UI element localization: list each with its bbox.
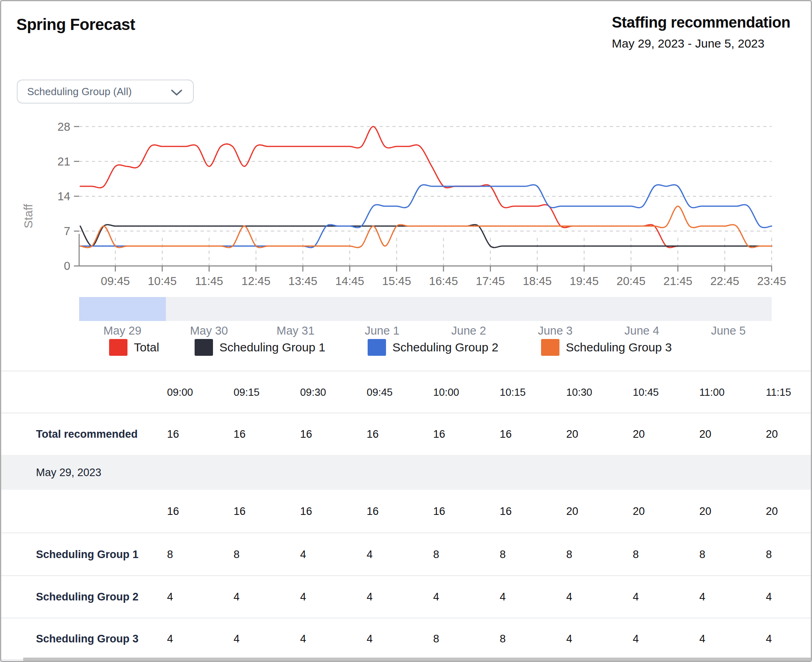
table-cell: 16 (500, 428, 512, 441)
table-cell: 20 (633, 428, 645, 441)
time-column-header: 10:15 (500, 386, 526, 398)
page-title: Spring Forecast (16, 16, 135, 34)
table-cell: 16 (300, 505, 312, 517)
table-cell: 8 (566, 548, 572, 560)
chart-y-axis-title: Staff (22, 203, 35, 228)
table-cell: 4 (300, 591, 306, 603)
table-cell: 20 (566, 505, 578, 517)
time-column-header: 11:15 (766, 386, 791, 398)
table-cell: 8 (167, 548, 173, 560)
timeline-segment[interactable] (426, 297, 512, 321)
timeline-segment[interactable] (339, 297, 426, 321)
timeline-day-label: May 29 (79, 324, 166, 339)
table-cell: 20 (699, 505, 711, 517)
table-cell: 8 (433, 548, 439, 560)
table-cell: 16 (433, 428, 445, 441)
table-cell: 4 (167, 591, 173, 603)
legend-item-scheduling-group-1[interactable]: Scheduling Group 1 (195, 339, 325, 356)
x-tick-label: 14:45 (335, 275, 364, 287)
table-row: Scheduling Group 18844888888 (1, 532, 812, 575)
x-tick-label: 13:45 (289, 275, 318, 287)
timeline-day-labels: May 29May 30May 31June 1June 2June 3June… (79, 324, 772, 339)
table-cell: 8 (500, 548, 506, 560)
y-tick-label: 14 (58, 190, 70, 203)
row-label: Scheduling Group 2 (36, 591, 139, 603)
staffing-table: 09:0009:1509:3009:4510:0010:1510:3010:45… (1, 371, 812, 660)
table-row: Scheduling Group 34444884444 (1, 618, 812, 659)
timeline-segment[interactable] (599, 297, 685, 321)
time-column-header: 10:30 (566, 386, 592, 398)
x-tick-label: 10:45 (148, 275, 177, 287)
timeline-day-label: June 4 (599, 324, 685, 339)
table-cell: 16 (234, 505, 246, 517)
report-title: Staffing recommendation (612, 14, 804, 31)
legend-item-total[interactable]: Total (109, 339, 159, 356)
horizontal-scrollbar[interactable] (23, 658, 811, 661)
table-cell: 16 (433, 505, 445, 517)
y-tick-label: 0 (64, 259, 70, 272)
table-cell: 4 (566, 591, 572, 603)
x-tick-label: 19:45 (569, 275, 599, 287)
timeline-brush[interactable] (79, 297, 772, 321)
table-cell: 20 (633, 505, 645, 517)
table-cell: 20 (766, 505, 778, 517)
legend-label: Scheduling Group 2 (392, 341, 498, 354)
timeline-day-label: May 30 (166, 324, 253, 339)
legend-item-scheduling-group-3[interactable]: Scheduling Group 3 (541, 339, 672, 356)
time-column-header: 09:00 (167, 386, 193, 398)
series-line-scheduling-group-2 (80, 185, 772, 247)
timeline-segment[interactable] (252, 297, 339, 321)
timeline-segment[interactable] (685, 297, 772, 321)
timeline-day-label: June 2 (426, 324, 512, 339)
x-tick-label: 09:45 (101, 275, 130, 287)
x-tick-label: 20:45 (617, 275, 646, 287)
x-tick-label: 17:45 (476, 275, 505, 287)
table-cell: 8 (234, 548, 240, 560)
table-cell: 16 (367, 505, 379, 517)
row-label: Scheduling Group 1 (36, 548, 139, 560)
time-column-header: 09:30 (300, 386, 326, 398)
series-line-scheduling-group-1 (80, 225, 772, 247)
scheduling-group-dropdown[interactable]: Scheduling Group (All) (17, 80, 194, 104)
table-cell: 16 (167, 505, 179, 517)
table-cell: 4 (766, 591, 772, 603)
table-row: 16161616161620202020 (1, 490, 812, 532)
table-cell: 4 (300, 548, 306, 560)
timeline-segment[interactable] (512, 297, 599, 321)
header-right: Staffing recommendation May 29, 2023 - J… (612, 14, 804, 50)
table-cell: 4 (234, 633, 240, 645)
x-tick-label: 23:45 (757, 275, 786, 287)
table-cell: 8 (433, 633, 439, 645)
table-cell: 20 (699, 428, 711, 441)
table-cell: 8 (766, 548, 772, 560)
legend-item-scheduling-group-2[interactable]: Scheduling Group 2 (368, 339, 498, 356)
table-cell: 4 (234, 591, 240, 603)
table-cell: 4 (167, 633, 173, 645)
table-cell: 4 (633, 633, 639, 645)
series-line-scheduling-group-3 (80, 206, 772, 247)
time-column-header: 09:15 (234, 386, 260, 398)
table-cell: 4 (367, 633, 373, 645)
row-label: Scheduling Group 3 (36, 633, 139, 645)
x-tick-label: 12:45 (241, 275, 271, 287)
table-cell: 16 (300, 428, 312, 441)
y-tick-label: 21 (58, 155, 70, 168)
x-tick-label: 11:45 (195, 275, 223, 287)
date-range: May 29, 2023 - June 5, 2023 (612, 37, 804, 50)
table-cell: 4 (433, 591, 439, 603)
legend-swatch (109, 339, 127, 356)
x-tick-label: 22:45 (710, 275, 739, 287)
timeline-segment[interactable] (166, 297, 253, 321)
table-cell: 4 (367, 548, 373, 560)
dropdown-selected-value: Scheduling Group (All) (27, 86, 132, 98)
time-column-header: 09:45 (367, 386, 393, 398)
table-cell: 20 (766, 428, 778, 441)
staffing-chart[interactable]: 0714212809:4510:4511:4512:4513:4514:4515… (1, 113, 812, 293)
timeline-selected-range[interactable] (79, 297, 166, 321)
timeline-day-label: May 31 (252, 324, 339, 339)
timeline-day-label: June 3 (512, 324, 599, 339)
time-column-header: 11:00 (699, 386, 724, 398)
legend-label: Scheduling Group 3 (566, 341, 672, 354)
table-cell: 16 (367, 428, 379, 441)
staffing-recommendation-page: Spring Forecast Staffing recommendation … (0, 0, 812, 662)
